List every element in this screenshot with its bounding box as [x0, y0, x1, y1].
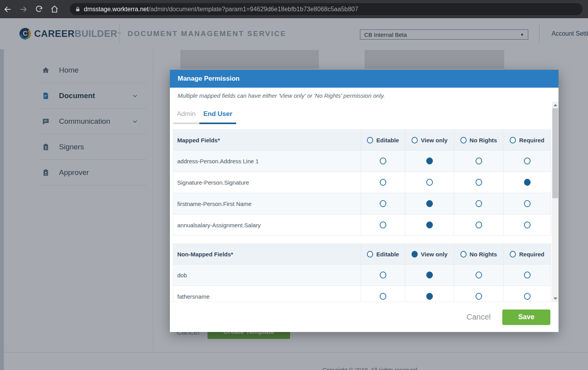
column-label: Required	[519, 251, 544, 258]
column-header-no-rights: No Rights	[454, 130, 503, 150]
cell-view-only	[405, 214, 454, 236]
table-header-row: Mapped Fields*EditableView onlyNo Rights…	[173, 130, 551, 150]
cell-required	[503, 193, 551, 214]
cell-no-rights	[454, 286, 503, 302]
radio-required[interactable]	[510, 137, 516, 144]
cell-editable	[361, 172, 405, 193]
radio-editable[interactable]	[380, 271, 386, 278]
radio-editable[interactable]	[380, 179, 386, 186]
table-row: Signature-Person.Signature	[173, 172, 551, 193]
field-name: Signature-Person.Signature	[173, 172, 361, 193]
column-label: No Rights	[470, 251, 497, 258]
radio-required[interactable]	[524, 200, 531, 207]
radio-no-rights[interactable]	[476, 271, 482, 278]
screen: dmsstage.workterra.net/admin/document/te…	[0, 0, 588, 370]
radio-editable[interactable]	[380, 221, 386, 228]
cell-required	[503, 214, 551, 236]
cell-editable	[361, 265, 405, 286]
cell-editable	[361, 286, 405, 302]
cell-view-only	[405, 193, 454, 214]
manage-permission-modal: Manage Permission Multiple mapped fields…	[170, 70, 559, 332]
radio-view-only[interactable]	[426, 293, 433, 300]
column-header-editable: Editable	[361, 130, 405, 150]
radio-no-rights[interactable]	[476, 293, 482, 300]
lock-icon[interactable]	[75, 6, 80, 12]
column-label: View only	[421, 137, 448, 144]
permission-tables: Mapped Fields*EditableView onlyNo Rights…	[170, 130, 552, 302]
radio-no-rights[interactable]	[476, 179, 482, 186]
radio-required[interactable]	[510, 251, 516, 258]
scroll-down-icon[interactable]	[552, 295, 559, 302]
field-name: annualsalary-Assignment.Salary	[173, 214, 361, 236]
column-label: Editable	[376, 137, 399, 144]
column-label: No Rights	[470, 137, 497, 144]
radio-view-only[interactable]	[426, 221, 433, 228]
column-label: View only	[421, 251, 448, 258]
modal-scroll-area: AdminEnd User Mapped Fields*EditableView…	[170, 102, 552, 302]
save-button[interactable]: Save	[502, 309, 550, 325]
cell-view-only	[405, 265, 454, 286]
tab-end-user[interactable]: End User	[199, 110, 236, 124]
radio-required[interactable]	[524, 293, 531, 300]
cell-no-rights	[454, 193, 503, 214]
field-name: firstname-Person.First Name	[173, 193, 361, 214]
radio-no-rights[interactable]	[476, 157, 482, 164]
field-name: dob	[173, 265, 361, 286]
radio-view-only[interactable]	[412, 251, 418, 258]
home-nav-icon[interactable]	[47, 2, 62, 17]
modal-footer: Cancel Save	[170, 302, 559, 332]
radio-required[interactable]	[524, 221, 531, 228]
radio-no-rights[interactable]	[476, 200, 482, 207]
modal-description: Multiple mapped fields can have either '…	[170, 88, 559, 102]
permission-tabs: AdminEnd User	[173, 110, 552, 124]
field-name: address-Person.Address Line 1	[173, 150, 361, 172]
cell-required	[503, 286, 551, 302]
radio-editable[interactable]	[367, 251, 373, 258]
radio-view-only[interactable]	[412, 137, 418, 144]
radio-required[interactable]	[524, 157, 531, 164]
radio-no-rights[interactable]	[476, 221, 482, 228]
radio-editable[interactable]	[380, 157, 386, 164]
cell-no-rights	[454, 214, 503, 236]
radio-no-rights[interactable]	[460, 251, 467, 258]
address-bar[interactable]: dmsstage.workterra.net/admin/document/te…	[70, 3, 583, 15]
modal-scrollbar[interactable]	[552, 102, 559, 302]
cell-view-only	[405, 172, 454, 193]
cell-view-only	[405, 286, 454, 302]
cancel-button[interactable]: Cancel	[467, 313, 491, 322]
radio-view-only[interactable]	[426, 157, 433, 164]
cell-required	[503, 172, 551, 193]
radio-editable[interactable]	[380, 200, 386, 207]
back-icon[interactable]	[0, 2, 16, 17]
table-row: fathersname	[173, 286, 551, 302]
column-header-view-only: View only	[405, 244, 454, 265]
table-row: dob	[173, 265, 551, 286]
radio-no-rights[interactable]	[460, 137, 467, 144]
column-header-required: Required	[503, 130, 551, 150]
cell-required	[503, 265, 551, 286]
table-row: address-Person.Address Line 1	[173, 150, 551, 172]
radio-view-only[interactable]	[426, 271, 433, 278]
radio-view-only[interactable]	[426, 179, 433, 186]
column-header-no-rights: No Rights	[454, 244, 503, 265]
table-header-row: Non-Mapped Fields*EditableView onlyNo Ri…	[173, 244, 551, 265]
column-header-view-only: View only	[405, 130, 454, 150]
scrollbar-thumb[interactable]	[552, 108, 558, 198]
modal-title: Manage Permission	[178, 75, 240, 83]
cell-editable	[361, 150, 405, 172]
table-row: firstname-Person.First Name	[173, 193, 551, 214]
radio-editable[interactable]	[380, 293, 386, 300]
radio-required[interactable]	[524, 179, 531, 186]
scroll-up-icon[interactable]	[552, 102, 559, 108]
url-path: /admin/document/template?param1=94629d6e…	[149, 6, 358, 13]
tab-admin[interactable]: Admin	[173, 110, 199, 124]
radio-view-only[interactable]	[426, 200, 433, 207]
url-domain: dmsstage.workterra.net	[84, 6, 149, 13]
refresh-icon[interactable]	[31, 2, 47, 17]
mapped-fields-table: Mapped Fields*EditableView onlyNo Rights…	[173, 130, 551, 236]
radio-editable[interactable]	[367, 137, 373, 144]
forward-icon[interactable]	[16, 2, 31, 17]
table-section-title: Mapped Fields*	[173, 130, 361, 150]
radio-required[interactable]	[524, 271, 531, 278]
table-section-title: Non-Mapped Fields*	[173, 244, 361, 265]
